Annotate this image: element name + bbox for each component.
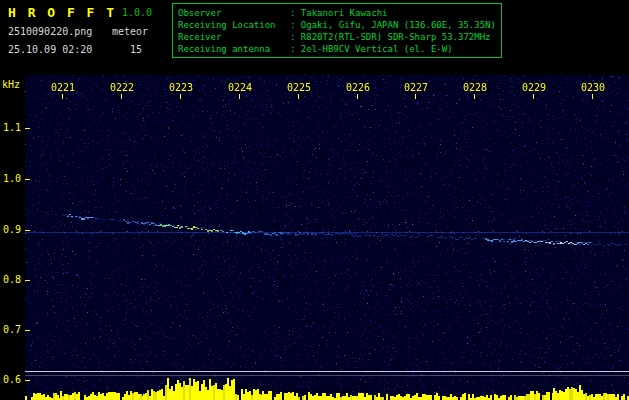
x-tick-label: 0224 [225,82,255,93]
info-value: : Ogaki, Gifu, JAPAN (136.60E, 35.35N) [290,19,496,31]
info-label: Receiving antenna [178,43,290,55]
spectrogram-canvas [25,75,629,400]
x-tick-label: 0221 [48,82,78,93]
hrofft-screen: H R O F F T 1.0.0 2510090220.png meteor … [0,0,629,400]
x-tick-label: 0222 [107,82,137,93]
observer-info-box: Observer : Takanori Kawachi Receiving Lo… [172,3,502,58]
y-tick-label: 0.9 [3,224,21,235]
info-row-observer: Observer : Takanori Kawachi [178,7,496,19]
y-tick-label: 0.7 [3,324,21,335]
info-value: : Takanori Kawachi [290,7,496,19]
meteor-count: 15 [130,44,142,55]
info-value: : 2el-HB9CV Vertical (el. E-W) [290,43,496,55]
datetime-label: 25.10.09 02:20 [8,44,92,55]
info-row-receiver: Receiver : R820T2(RTL-SDR) SDR-Sharp 53.… [178,31,496,43]
app-version: 1.0.0 [122,7,152,18]
x-tick-label: 0228 [460,82,490,93]
x-tick-label: 0229 [519,82,549,93]
y-tick-label: 1.0 [3,173,21,184]
x-tick-label: 0226 [343,82,373,93]
info-row-location: Receiving Location : Ogaki, Gifu, JAPAN … [178,19,496,31]
app-title: H R O F F T [8,5,116,20]
y-tick-label: 0.6 [3,374,21,385]
mode-label: meteor [112,26,148,37]
y-tick-label: 0.8 [3,274,21,285]
info-value: : R820T2(RTL-SDR) SDR-Sharp 53.372MHz [290,31,496,43]
output-filename: 2510090220.png [8,26,92,37]
y-tick-label: 1.1 [3,122,21,133]
y-axis-unit: kHz [2,79,20,90]
x-tick-label: 0223 [166,82,196,93]
info-label: Receiver [178,31,290,43]
info-label: Observer [178,7,290,19]
x-tick-label: 0225 [284,82,314,93]
info-row-antenna: Receiving antenna : 2el-HB9CV Vertical (… [178,43,496,55]
info-label: Receiving Location [178,19,290,31]
x-tick-label: 0230 [578,82,608,93]
x-tick-label: 0227 [401,82,431,93]
